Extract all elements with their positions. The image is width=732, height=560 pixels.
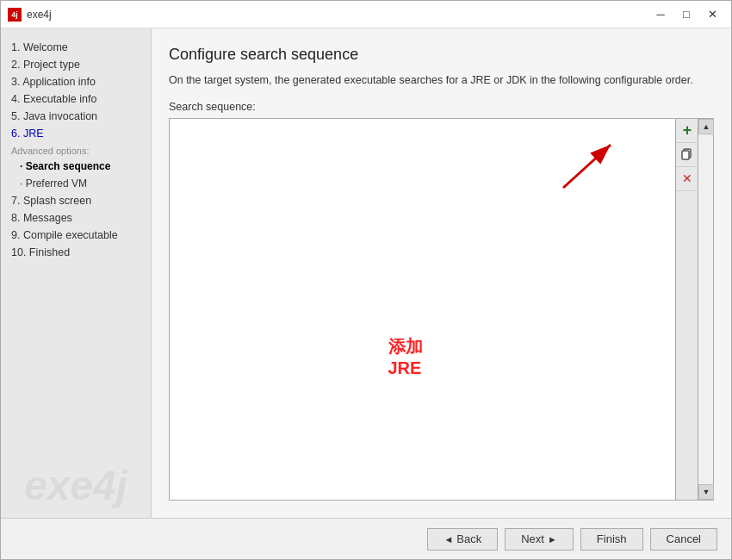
- scroll-up-button[interactable]: ▲: [698, 119, 714, 134]
- minimize-button[interactable]: ─: [648, 5, 673, 24]
- sidebar-section-advanced-options-label: Advanced options:: [1, 142, 151, 158]
- sidebar-item-compile-executable[interactable]: 9. Compile executable: [1, 227, 151, 244]
- sequence-area: 添加JRE + ✕ ▲ ▼: [169, 118, 714, 501]
- page-title: Configure search sequence: [169, 46, 714, 64]
- main-content: 1. Welcome2. Project type3. Application …: [1, 28, 731, 518]
- maximize-button[interactable]: □: [674, 5, 698, 24]
- app-icon: 4j: [8, 8, 22, 22]
- sidebar-item-application-info[interactable]: 3. Application info: [1, 73, 151, 90]
- title-bar-buttons: ─ □ ✕: [648, 5, 724, 24]
- scrollbar: ▲ ▼: [698, 118, 714, 501]
- sidebar-item-preferred-vm[interactable]: · Preferred VM: [1, 175, 151, 192]
- scroll-down-button[interactable]: ▼: [698, 484, 714, 500]
- close-button[interactable]: ✕: [700, 5, 724, 24]
- sidebar-item-messages[interactable]: 8. Messages: [1, 209, 151, 227]
- svg-line-1: [563, 145, 611, 188]
- sidebar-item-finished[interactable]: 10. Finished: [1, 244, 151, 261]
- next-arrow-icon: ►: [548, 534, 557, 544]
- arrow-annotation: [555, 136, 623, 196]
- add-jre-button[interactable]: +: [676, 119, 698, 143]
- sidebar-item-java-invocation[interactable]: 5. Java invocation: [1, 108, 151, 125]
- sidebar-item-executable-info[interactable]: 4. Executable info: [1, 90, 151, 108]
- copy-button[interactable]: [676, 143, 698, 167]
- sidebar-watermark: exe4j: [24, 462, 127, 509]
- right-panel: Configure search sequence On the target …: [152, 28, 731, 518]
- title-bar: 4j exe4j ─ □ ✕: [1, 1, 731, 28]
- cancel-button[interactable]: Cancel: [650, 528, 717, 551]
- delete-button[interactable]: ✕: [676, 167, 698, 191]
- back-arrow-icon: ◄: [444, 534, 453, 544]
- back-button[interactable]: ◄ Back: [427, 528, 498, 551]
- sidebar-item-jre[interactable]: 6. JRE: [1, 125, 151, 142]
- svg-rect-3: [682, 151, 689, 159]
- sequence-list[interactable]: 添加JRE: [169, 118, 676, 501]
- sequence-action-buttons: + ✕: [676, 118, 698, 501]
- footer: ◄ Back Next ► Finish Cancel: [1, 518, 731, 559]
- sidebar-item-welcome[interactable]: 1. Welcome: [1, 39, 151, 56]
- scroll-track: [698, 134, 713, 484]
- window-title: exe4j: [27, 9, 648, 21]
- sequence-label: Search sequence:: [169, 101, 714, 113]
- main-window: 4j exe4j ─ □ ✕ 1. Welcome2. Project type…: [0, 0, 732, 560]
- sidebar-item-project-type[interactable]: 2. Project type: [1, 56, 151, 73]
- sidebar-item-splash-screen[interactable]: 7. Splash screen: [1, 192, 151, 209]
- sidebar: 1. Welcome2. Project type3. Application …: [1, 28, 152, 518]
- finish-button[interactable]: Finish: [580, 528, 643, 551]
- page-description: On the target system, the generated exec…: [169, 72, 714, 89]
- sidebar-item-search-sequence[interactable]: · Search sequence: [1, 158, 151, 175]
- next-button[interactable]: Next ►: [505, 528, 574, 551]
